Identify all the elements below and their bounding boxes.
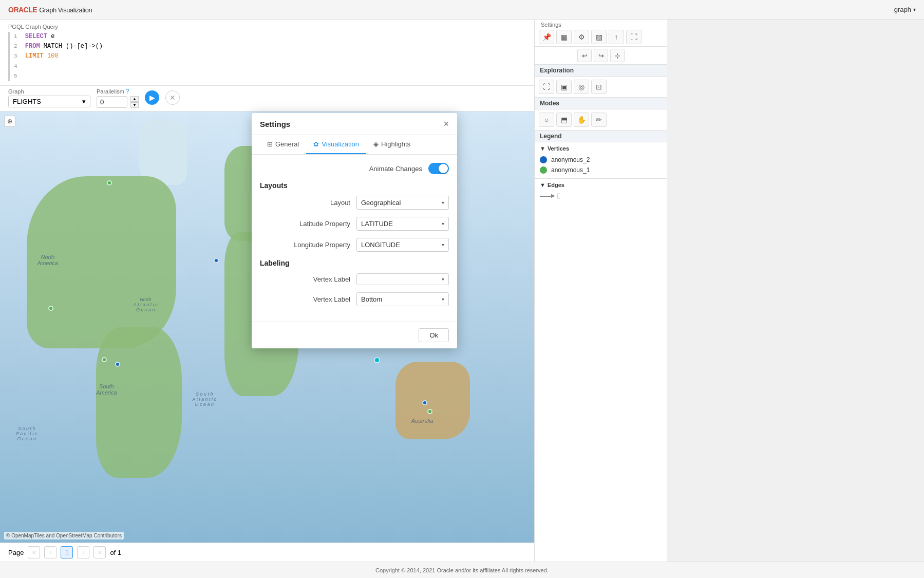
- keyword-select: SELECT: [25, 33, 47, 40]
- user-menu[interactable]: graph ▾: [894, 6, 916, 13]
- next-page-btn[interactable]: ›: [77, 546, 89, 558]
- graph-dropdown[interactable]: FLIGHTS ▾: [8, 96, 90, 107]
- select-mode-btn[interactable]: ○: [539, 113, 554, 127]
- undo-btn[interactable]: ↩: [577, 49, 592, 62]
- tab-visualization[interactable]: ✿ Visualization: [306, 135, 366, 154]
- fullscreen-btn[interactable]: ⛶: [626, 30, 642, 44]
- vertices-collapse-icon[interactable]: ▼: [540, 145, 545, 152]
- layout-value: Geographical: [361, 199, 401, 207]
- chevron-down-icon: ▾: [913, 7, 916, 12]
- longitude-dropdown[interactable]: LONGITUDE ▾: [356, 238, 449, 252]
- vertex-label1-dropdown[interactable]: ▾: [356, 273, 449, 285]
- modal-title: Settings: [260, 120, 290, 128]
- lasso-mode-btn[interactable]: ⬒: [556, 113, 572, 127]
- footer-text: Copyright © 2014, 2021 Oracle and/or its…: [375, 567, 549, 573]
- settings-toolbar: Settings 📌 ▦ ⚙ ▨ ↑ ⛶: [535, 20, 667, 47]
- map-dot-5: [115, 362, 120, 367]
- vertex-label-row2: Vertex Label Bottom ▾: [260, 292, 449, 306]
- run-button[interactable]: ▶: [145, 90, 159, 105]
- query-label: PGQL Graph Query: [8, 24, 526, 30]
- exploration-tools: ⛶ ▣ ◎ ⊡: [535, 77, 667, 97]
- tab-highlights-icon: ◈: [373, 140, 379, 148]
- map-copyright: © OpenMapTiles and OpenStreetMap Contrib…: [4, 532, 124, 539]
- page-number-input[interactable]: 1: [61, 546, 73, 558]
- topbar: ORACLEGraph Visualization graph ▾: [0, 0, 924, 20]
- collapse-btn[interactable]: ▣: [556, 80, 572, 94]
- expand-btn[interactable]: ⛶: [539, 80, 554, 94]
- app-title: Graph Visualization: [39, 6, 92, 14]
- table-btn[interactable]: ▦: [556, 30, 572, 44]
- legend-edge-arrow: [540, 196, 552, 197]
- keyword-limit: LIMIT: [25, 52, 44, 60]
- tab-general[interactable]: ⊞ General: [260, 135, 306, 154]
- line-num-5: 5: [14, 73, 17, 79]
- edit-mode-btn[interactable]: ✏: [591, 113, 607, 127]
- tab-visualization-icon: ✿: [313, 140, 319, 148]
- layout-dropdown[interactable]: Geographical ▾: [356, 196, 449, 210]
- layers-btn[interactable]: ▨: [591, 30, 607, 44]
- vertex-label-row1: Vertex Label ▾: [260, 273, 449, 285]
- label-south-atlantic: S o u t hA t l a n t i cO c e a n: [192, 391, 216, 407]
- legend-item-edge-e: E: [540, 191, 662, 201]
- map-zoom-btn[interactable]: ⊕: [4, 116, 15, 127]
- spin-up-btn[interactable]: ▲: [130, 96, 139, 102]
- vertex-label2-arrow: ▾: [442, 296, 444, 302]
- code-line-5: 5: [14, 71, 526, 81]
- edges-group: ▼ Edges E: [535, 179, 667, 204]
- vertex-label1-arrow: ▾: [442, 276, 444, 282]
- code-block[interactable]: 1 SELECT e 2 FROM MATCH ()-[e]->() 3 LIM…: [8, 32, 526, 81]
- vertex-label1-label: Vertex Label: [289, 275, 350, 283]
- edges-label: Edges: [548, 182, 564, 188]
- edges-collapse-icon[interactable]: ▼: [540, 182, 545, 188]
- ok-button[interactable]: Ok: [419, 328, 449, 342]
- gear-btn[interactable]: ⚙: [574, 30, 589, 44]
- modal-tabs: ⊞ General ✿ Visualization ◈ Highlights: [252, 135, 457, 155]
- last-page-btn[interactable]: »: [93, 546, 106, 558]
- page-label: Page: [8, 549, 24, 556]
- animate-changes-toggle[interactable]: [428, 163, 449, 174]
- graph-label: Graph: [8, 88, 90, 95]
- layout-dropdown-arrow: ▾: [442, 200, 444, 206]
- legend-section: Legend ▼ Vertices anonymous_2 anonymous_…: [535, 130, 667, 562]
- modal-header: Settings ×: [252, 113, 457, 135]
- layouts-title: Layouts: [260, 181, 449, 190]
- vertex-label2-dropdown[interactable]: Bottom ▾: [356, 292, 449, 306]
- code-line-2: 2 FROM MATCH ()-[e]->(): [14, 42, 526, 51]
- latitude-row: Latitude Property LATITUDE ▾: [260, 217, 449, 231]
- exploration-section: Exploration ⛶ ▣ ◎ ⊡: [535, 65, 667, 98]
- share-btn[interactable]: ↑: [609, 30, 624, 44]
- spin-down-btn[interactable]: ▼: [130, 102, 139, 108]
- cancel-button[interactable]: ✕: [165, 90, 180, 105]
- reset-btn[interactable]: ⊹: [610, 49, 625, 62]
- first-page-btn[interactable]: «: [28, 546, 40, 558]
- code-line-1: 1 SELECT e: [14, 32, 526, 42]
- graph-group: Graph FLIGHTS ▾: [8, 88, 90, 107]
- group-btn[interactable]: ⊡: [591, 80, 607, 94]
- longitude-dropdown-arrow: ▾: [442, 242, 444, 248]
- code-line-3: 3 LIMIT 100: [14, 51, 526, 61]
- legend-item-anonymous1: anonymous_1: [540, 165, 662, 175]
- pan-mode-btn[interactable]: ✋: [574, 113, 589, 127]
- help-icon[interactable]: ?: [126, 88, 129, 95]
- prev-page-btn[interactable]: ‹: [44, 546, 56, 558]
- layout-row: Layout Geographical ▾: [260, 196, 449, 210]
- parallelism-input[interactable]: 0: [97, 96, 127, 108]
- focus-btn[interactable]: ◎: [574, 80, 589, 94]
- current-page: 1: [65, 549, 69, 556]
- graph-dropdown-arrow: ▾: [82, 98, 86, 105]
- page-of: of 1: [110, 549, 121, 556]
- tab-highlights[interactable]: ◈ Highlights: [366, 135, 418, 154]
- line-num-4: 4: [14, 63, 17, 69]
- vertices-group: ▼ Vertices anonymous_2 anonymous_1: [535, 142, 667, 178]
- modes-tools: ○ ⬒ ✋ ✏: [535, 109, 667, 130]
- redo-btn[interactable]: ↪: [594, 49, 608, 62]
- legend-dot-green: [540, 166, 547, 174]
- edges-title: ▼ Edges: [540, 182, 662, 188]
- latitude-dropdown[interactable]: LATITUDE ▾: [356, 217, 449, 231]
- exploration-header: Exploration: [535, 65, 667, 77]
- modal-close-btn[interactable]: ×: [443, 119, 449, 128]
- pin-btn[interactable]: 📌: [539, 30, 554, 44]
- code-text-1: e: [51, 33, 54, 40]
- label-south-pacific: S o u t hP a c i f i cO c e a n: [16, 426, 37, 441]
- settings-label: Settings: [539, 22, 663, 28]
